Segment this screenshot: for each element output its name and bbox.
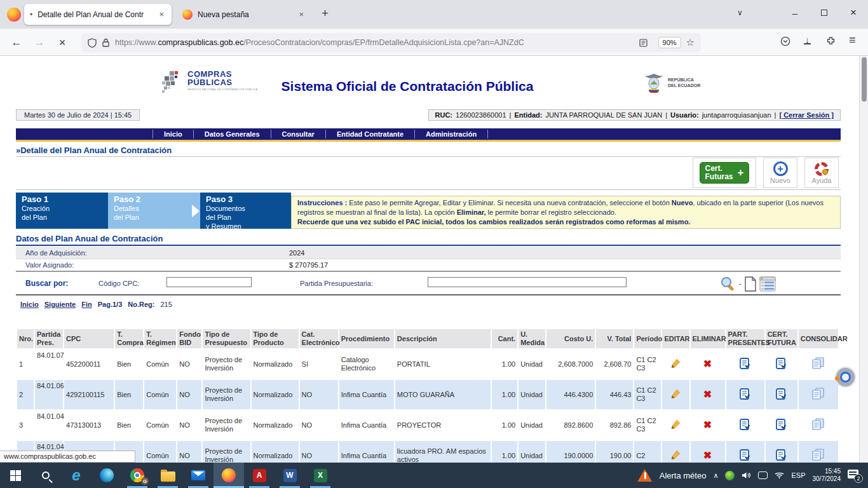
datos-row-year: Año de Adquisición: 2024	[16, 247, 841, 259]
bookmark-star-icon[interactable]: ☆	[686, 37, 695, 48]
extensions-icon[interactable]	[826, 36, 836, 46]
reader-mode-icon[interactable]	[639, 39, 648, 47]
search-icon[interactable]	[720, 276, 736, 292]
pocket-icon[interactable]	[780, 36, 790, 46]
nav-item-consultar[interactable]: Consultar	[271, 130, 326, 139]
new-plus-icon: +	[773, 161, 788, 176]
cpc-input[interactable]	[166, 277, 252, 287]
pagination-siguiente-link[interactable]: Siguiente	[44, 301, 76, 308]
nuevo-button[interactable]: + Nuevo	[763, 158, 797, 188]
pagination-inicio-link[interactable]: Inicio	[20, 301, 39, 308]
pagination-fin-link[interactable]: Fin	[81, 301, 92, 308]
scrollbar-thumb[interactable]	[862, 57, 867, 102]
consolidar-copy-icon[interactable]	[811, 418, 825, 431]
downloads-icon[interactable]: ↓	[804, 34, 811, 44]
taskbar-search-button[interactable]	[31, 463, 61, 488]
taskbar-firefox-active[interactable]	[214, 463, 244, 488]
partida-input[interactable]	[428, 277, 627, 287]
stop-reload-button[interactable]: ×	[53, 34, 71, 51]
taskbar-internet-explorer[interactable]: e	[61, 463, 92, 488]
url-text[interactable]: https://www.compraspublicas.gob.ec/Proce…	[115, 38, 639, 47]
tab-close-icon[interactable]: ×	[157, 10, 166, 19]
edit-pencil-icon[interactable]	[670, 419, 681, 430]
nav-item-inicio[interactable]: Inicio	[153, 130, 194, 139]
edit-pencil-icon[interactable]	[670, 388, 681, 400]
participantes-doc-icon[interactable]	[740, 449, 750, 461]
wifi-icon[interactable]	[775, 471, 784, 479]
tray-device-icon[interactable]	[758, 471, 768, 479]
forward-button[interactable]: →	[31, 34, 48, 51]
taskbar-file-explorer[interactable]	[153, 463, 183, 488]
new-tab-button[interactable]: +	[322, 6, 329, 20]
ayuda-button[interactable]: Ayuda	[804, 158, 839, 188]
weather-alert-icon[interactable]	[637, 469, 653, 482]
tab-new-tab[interactable]: Nueva pestaña ×	[177, 4, 311, 25]
menu-hamburger-icon[interactable]: ≡	[849, 34, 856, 47]
nav-item-administracion[interactable]: Administración	[415, 130, 488, 139]
floating-widget[interactable]	[835, 367, 856, 388]
cell-tipo-presupuesto: Proyecto de Inversión	[203, 349, 250, 379]
col-nro: Nro.	[17, 329, 34, 348]
cert-futura-doc-icon[interactable]	[776, 388, 787, 400]
col-partida: Partida Pres.	[35, 329, 63, 348]
zoom-level-badge[interactable]: 90%	[658, 37, 681, 48]
address-bar[interactable]: https://www.compraspublicas.gob.ec/Proce…	[81, 33, 701, 52]
step-3[interactable]: Paso 3 Documentos del Plan y Resumen	[200, 193, 291, 229]
cell-t-compra: Bien	[115, 349, 143, 379]
back-button[interactable]: ←	[8, 34, 25, 51]
list-all-tabs-icon[interactable]: ∨	[737, 8, 743, 17]
cert-futura-doc-icon[interactable]	[776, 358, 787, 369]
edit-pencil-icon[interactable]	[670, 358, 681, 369]
participantes-doc-icon[interactable]	[740, 358, 750, 369]
taskbar-excel[interactable]: X	[305, 463, 336, 488]
tab-close-icon[interactable]: ×	[297, 10, 306, 19]
cell-descripcion: MOTO GUARAÑA	[395, 380, 491, 409]
window-minimize-button[interactable]: –	[780, 0, 810, 25]
taskbar-acrobat[interactable]: A	[244, 463, 275, 488]
report-list-icon[interactable]	[759, 276, 776, 292]
consolidar-copy-icon[interactable]	[811, 388, 825, 400]
delete-x-icon[interactable]: ✖	[703, 358, 712, 369]
logout-link[interactable]: [ Cerrar Sesión ]	[779, 111, 834, 119]
cert-futuras-button[interactable]: Cert. Futuras +	[700, 162, 750, 184]
taskbar-mail[interactable]	[183, 463, 214, 488]
taskbar-edge[interactable]	[92, 463, 122, 488]
antivirus-tray-icon[interactable]	[725, 471, 735, 480]
step-subtitle: Creación del Plan	[22, 204, 102, 222]
consolidar-copy-icon[interactable]	[811, 357, 825, 370]
taskbar-clock[interactable]: 15:45 30/7/2024	[813, 468, 841, 483]
cert-futura-doc-icon[interactable]	[776, 419, 787, 430]
weather-alert-label[interactable]: Alerta méteo	[660, 471, 707, 480]
delete-x-icon[interactable]: ✖	[703, 389, 712, 400]
window-maximize-button[interactable]	[810, 0, 839, 25]
start-button[interactable]	[0, 463, 31, 488]
participantes-doc-icon[interactable]	[740, 419, 750, 430]
tab-active[interactable]: • Detalle del Plan Anual de Contr ×	[24, 4, 172, 25]
consolidar-copy-icon[interactable]	[811, 449, 825, 461]
step-1[interactable]: Paso 1 Creación del Plan	[16, 193, 108, 229]
nav-item-datos-generales[interactable]: Datos Generales	[194, 130, 271, 139]
browser-scrollbar[interactable]	[859, 56, 868, 463]
notification-center-button[interactable]: 2	[848, 470, 860, 481]
cert-futura-doc-icon[interactable]	[776, 449, 787, 461]
cell-tipo-producto: Normalizado	[252, 441, 299, 463]
coat-of-arms-icon	[643, 72, 665, 93]
participantes-doc-icon[interactable]	[740, 388, 750, 400]
window-close-button[interactable]: ×	[839, 0, 868, 25]
nuevo-label: Nuevo	[770, 177, 790, 184]
delete-x-icon[interactable]: ✖	[703, 450, 712, 461]
language-indicator[interactable]: ESP	[791, 471, 805, 479]
taskbar-word[interactable]: W	[275, 463, 305, 488]
edit-pencil-icon[interactable]	[670, 449, 681, 461]
nav-item-entidad-contratante[interactable]: Entidad Contratante	[326, 130, 415, 139]
taskbar-chrome[interactable]: G	[122, 463, 153, 488]
delete-x-icon[interactable]: ✖	[703, 419, 712, 430]
new-document-icon[interactable]	[744, 276, 757, 292]
lock-icon[interactable]	[102, 38, 109, 47]
tray-chevron-icon[interactable]: ∧	[713, 471, 718, 480]
table-row: 84.01.04 Común NO Proyecto de Inversión …	[17, 441, 838, 463]
volume-icon[interactable]	[742, 471, 751, 479]
shield-icon[interactable]	[88, 38, 97, 48]
cell-t-regimen: Común	[144, 441, 176, 463]
step-2-current[interactable]: Paso 2 Detalles del Plan	[108, 193, 200, 229]
